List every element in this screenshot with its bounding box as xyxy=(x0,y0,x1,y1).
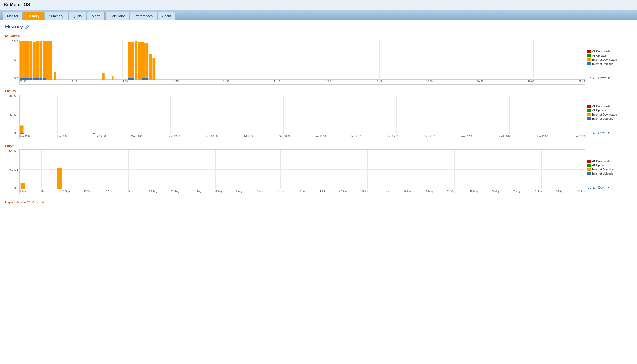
hours-chart-container: 700 MB 350 MB 0 B xyxy=(5,95,632,139)
x-label: 4 Jul xyxy=(320,190,325,193)
page-content: History 🔗 Minutes 10 MB 5 MB 0 B xyxy=(0,20,637,208)
svg-rect-19 xyxy=(128,42,131,80)
x-label: Wed 00:00 xyxy=(499,135,511,139)
x-label: Sat 00:00 xyxy=(279,135,291,139)
svg-rect-31 xyxy=(145,43,148,80)
x-label: 10 Oct xyxy=(20,190,27,193)
nav-tab-alerts[interactable]: Alerts xyxy=(87,12,105,20)
svg-rect-29 xyxy=(112,76,113,80)
nav-tab-preferences[interactable]: Preferences xyxy=(130,12,157,20)
svg-rect-7 xyxy=(43,41,46,80)
minutes-y-labels: 10 MB 5 MB 0 B xyxy=(5,40,19,85)
hours-scroll-up[interactable]: Up ▲ xyxy=(587,131,595,135)
legend-color xyxy=(587,172,591,175)
svg-rect-6 xyxy=(39,41,42,80)
x-label: Tue 12:00 xyxy=(20,135,31,139)
x-label: 5 Sep xyxy=(128,190,135,193)
legend-item: All Downloads xyxy=(587,160,617,163)
x-label: 22 Aug xyxy=(171,190,179,193)
hours-x-labels: Tue 12:00 Tue 00:00 Mon 12:00 Mon 00:00 … xyxy=(20,134,585,139)
svg-rect-35 xyxy=(20,133,24,134)
x-label: Fri 12:00 xyxy=(316,135,326,139)
x-label: 12:15 xyxy=(70,80,77,84)
legend-label: All Downloads xyxy=(592,160,610,163)
page-title-text: History xyxy=(5,24,23,30)
days-scroll-down[interactable]: Down ▼ xyxy=(598,186,610,189)
up-down-controls: Up ▲ Down ▼ xyxy=(587,76,610,80)
x-label: 13 Jun xyxy=(383,190,390,193)
legend-item: Internet Uploads xyxy=(587,172,617,175)
minutes-chart-container: 10 MB 5 MB 0 B xyxy=(5,40,632,85)
svg-rect-24 xyxy=(128,78,131,80)
nav-tab-query[interactable]: Query xyxy=(69,12,86,20)
x-label: Wed 12:00 xyxy=(461,135,473,139)
legend-label: All Uploads xyxy=(592,54,607,57)
minutes-section: Minutes 10 MB 5 MB 0 B xyxy=(5,34,632,85)
up-down-controls: Up ▲ Down ▼ xyxy=(587,131,610,135)
svg-rect-28 xyxy=(102,73,105,80)
x-label: 10:00 xyxy=(528,80,534,84)
svg-rect-16 xyxy=(39,78,42,80)
x-label: 2 May xyxy=(513,190,520,193)
legend-label: Internet Uploads xyxy=(592,117,613,120)
svg-rect-8 xyxy=(46,41,49,80)
legend-items: All Downloads All Uploads Internet Downl… xyxy=(587,40,617,75)
svg-rect-20 xyxy=(131,42,134,80)
scroll-up-button[interactable]: Up ▲ xyxy=(587,76,595,80)
svg-rect-33 xyxy=(145,78,148,80)
x-label: 10:15 xyxy=(477,80,483,84)
x-label: 10:30 xyxy=(426,80,433,84)
x-label: 27 Jun xyxy=(339,190,347,193)
svg-rect-10 xyxy=(20,78,23,80)
legend-color xyxy=(587,117,591,120)
nav-tab-calculator[interactable]: Calculator xyxy=(105,12,129,20)
page-title: History 🔗 xyxy=(5,24,632,30)
minutes-title: Minutes xyxy=(5,34,632,38)
legend-label: All Uploads xyxy=(592,164,607,167)
legend-color xyxy=(587,168,591,171)
x-label: 11 Apr xyxy=(577,190,585,193)
x-label: 9 May xyxy=(492,190,499,193)
minutes-legend: All Downloads All Uploads Internet Downl… xyxy=(585,40,632,85)
x-label: 8 Aug xyxy=(215,190,222,193)
svg-rect-21 xyxy=(135,41,137,80)
x-label: Sun 12:00 xyxy=(169,135,181,139)
svg-rect-26 xyxy=(149,54,152,80)
page-title-icon: 🔗 xyxy=(25,25,29,29)
nav-tab-monitor[interactable]: Monitor xyxy=(3,12,23,20)
y-label: 700 MB xyxy=(9,95,18,98)
x-label: 12 Sep xyxy=(106,190,114,193)
legend-color xyxy=(587,113,591,116)
days-chart-container: 120 MB 60 MB 0 B xyxy=(5,149,632,194)
legend-label: Internet Downloads xyxy=(592,168,617,171)
x-label: 11:30 xyxy=(223,80,229,84)
x-label: Thu 00:00 xyxy=(424,135,435,139)
svg-rect-3 xyxy=(29,41,32,80)
hours-scroll-down[interactable]: Down ▼ xyxy=(598,131,610,135)
x-label: 20 Jun xyxy=(361,190,368,193)
svg-rect-4 xyxy=(33,42,36,80)
nav-tab-history[interactable]: History xyxy=(23,12,44,20)
legend-color xyxy=(587,105,591,108)
x-label: 11:15 xyxy=(274,80,280,84)
x-label: Mon 00:00 xyxy=(131,135,143,139)
up-down-controls: Up ▲ Down ▼ xyxy=(587,186,610,189)
x-label: Sat 12:00 xyxy=(243,135,254,139)
legend-color xyxy=(587,160,591,163)
days-scroll-up[interactable]: Up ▲ xyxy=(587,186,595,189)
y-label: 0 B xyxy=(14,132,18,135)
svg-rect-12 xyxy=(26,78,29,80)
legend-item: Internet Uploads xyxy=(587,117,617,120)
nav-tab-summary[interactable]: Summary xyxy=(45,12,68,20)
x-label: 30 May xyxy=(425,190,433,193)
nav-tab-about[interactable]: About xyxy=(158,12,175,20)
x-label: 11 Jul xyxy=(299,190,306,193)
x-label: 3 Oct xyxy=(41,190,48,193)
scroll-down-button[interactable]: Down ▼ xyxy=(598,76,610,80)
export-csv-link[interactable]: Export data in CSV format xyxy=(5,200,44,204)
legend-item: All Uploads xyxy=(587,164,617,167)
legend-item: Internet Uploads xyxy=(587,62,617,65)
legend-color xyxy=(587,109,591,112)
legend-item: All Uploads xyxy=(587,54,617,57)
hours-bars-svg xyxy=(20,95,585,134)
